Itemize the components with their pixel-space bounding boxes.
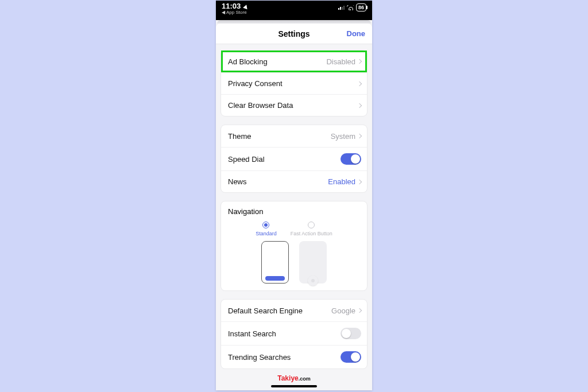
time-text: 11:03	[222, 2, 241, 10]
radio-selected-icon	[262, 222, 269, 228]
chevron-right-icon	[357, 59, 362, 64]
preview-standard	[261, 241, 289, 284]
row-instant-search: Instant Search	[221, 321, 367, 345]
chevron-right-icon	[357, 308, 362, 313]
chevron-right-icon	[357, 179, 362, 184]
row-privacy-consent[interactable]: Privacy Consent	[221, 72, 367, 94]
navigation-previews	[228, 241, 360, 284]
chevron-right-icon	[357, 134, 362, 138]
trending-searches-label: Trending Searches	[228, 353, 291, 362]
privacy-consent-label: Privacy Consent	[228, 79, 283, 88]
row-trending-searches: Trending Searches	[221, 345, 367, 368]
instant-search-label: Instant Search	[228, 329, 276, 338]
wifi-icon	[347, 5, 354, 10]
news-value: Enabled	[328, 177, 361, 186]
ad-blocking-value: Disabled	[326, 57, 361, 66]
page-title: Settings	[278, 29, 310, 38]
row-news[interactable]: News Enabled	[221, 170, 367, 192]
navigation-title: Navigation	[228, 207, 360, 216]
settings-group-blocking: Ad Blocking Disabled Privacy Consent Cle…	[220, 50, 368, 117]
settings-group-search: Default Search Engine Google Instant Sea…	[220, 299, 368, 369]
speed-dial-label: Speed Dial	[228, 155, 265, 164]
trending-searches-toggle[interactable]	[341, 351, 361, 363]
row-speed-dial: Speed Dial	[221, 147, 367, 170]
theme-label: Theme	[228, 132, 251, 141]
cellular-icon	[338, 6, 345, 10]
news-label: News	[228, 177, 247, 186]
back-to-app[interactable]: ◀ App Store	[222, 10, 248, 15]
battery-indicator: 86	[356, 3, 366, 11]
back-chevron-icon: ◀	[222, 10, 225, 15]
status-bar: 11:03 ◀ App Store 86	[216, 1, 372, 20]
battery-level: 86	[358, 5, 364, 10]
instant-search-toggle[interactable]	[341, 328, 361, 339]
nav-option-fab[interactable]: Fast Action Button	[291, 222, 332, 236]
nav-option-standard[interactable]: Standard	[256, 222, 277, 236]
search-engine-value: Google	[331, 306, 361, 315]
phone-frame: 11:03 ◀ App Store 86 Settings Done Ad Bl…	[216, 1, 372, 390]
settings-header: Settings Done	[216, 24, 372, 44]
radio-unselected-icon	[308, 222, 315, 228]
nav-fab-label: Fast Action Button	[291, 231, 332, 236]
home-indicator[interactable]	[271, 385, 317, 387]
speed-dial-toggle[interactable]	[341, 153, 361, 165]
preview-fab	[299, 241, 327, 284]
theme-value: System	[331, 132, 361, 141]
chevron-right-icon	[357, 103, 362, 107]
back-app-label: App Store	[226, 10, 247, 15]
chevron-right-icon	[357, 81, 362, 86]
settings-group-navigation: Navigation Standard Fast Action Button	[220, 201, 368, 291]
done-button[interactable]: Done	[347, 29, 366, 38]
status-time: 11:03	[222, 2, 248, 10]
location-icon	[243, 3, 249, 9]
clear-data-label: Clear Browser Data	[228, 101, 293, 110]
search-engine-label: Default Search Engine	[228, 306, 303, 315]
row-clear-browser-data[interactable]: Clear Browser Data	[221, 94, 367, 116]
ad-blocking-label: Ad Blocking	[228, 57, 268, 66]
settings-group-display: Theme System Speed Dial News Enabled	[220, 125, 368, 193]
row-default-search-engine[interactable]: Default Search Engine Google	[221, 300, 367, 321]
row-theme[interactable]: Theme System	[221, 125, 367, 147]
settings-content: Ad Blocking Disabled Privacy Consent Cle…	[216, 50, 372, 390]
nav-standard-label: Standard	[256, 231, 277, 236]
row-ad-blocking[interactable]: Ad Blocking Disabled	[221, 51, 367, 72]
